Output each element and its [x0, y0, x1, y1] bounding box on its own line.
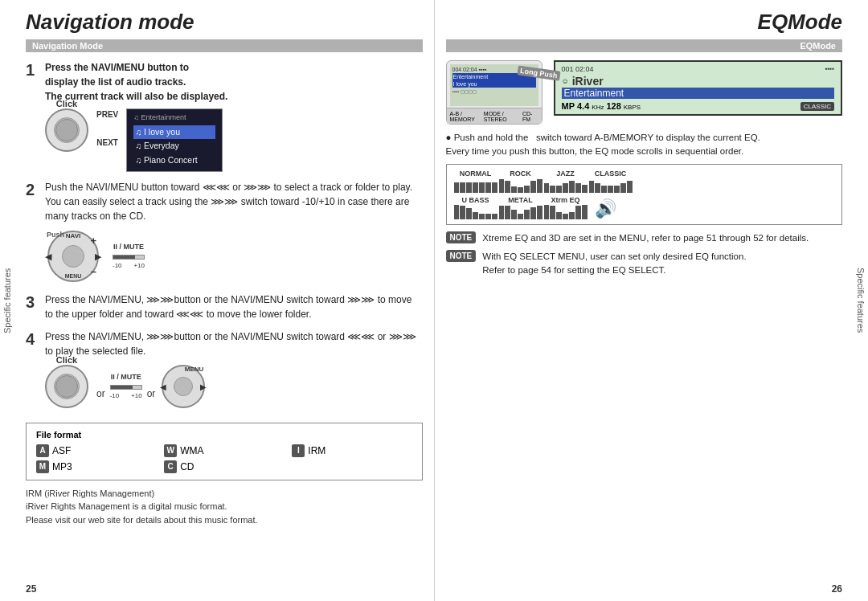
- mute-display-4: II / MUTE -10+10: [110, 372, 142, 401]
- eq-display: 001 02:04 ▪▪▪▪ ☺ iRiver Entertainment MP…: [554, 60, 843, 116]
- irm-note: IRM (iRiver Rights Management) iRiver Ri…: [26, 487, 423, 527]
- eq-modes-section: NORMAL ROCK: [446, 164, 843, 225]
- step-1: 1 Press the NAVI/MENU button todisplay t…: [26, 60, 423, 172]
- right-page-title: EQMode: [446, 10, 843, 35]
- prev-next-label: PREV NEXT: [96, 108, 118, 149]
- click-button-1[interactable]: Click: [45, 108, 88, 152]
- side-label-right: Specific features: [854, 0, 868, 601]
- click-button-4[interactable]: Click: [45, 365, 88, 408]
- speaker-icon: 🔊: [595, 198, 616, 219]
- note-1: NOTE Xtreme EQ and 3D are set in the MEN…: [446, 231, 843, 245]
- menu-screen: ♫ Entertainment ♫ I love you ♫ Everyday …: [126, 108, 223, 172]
- note-2: NOTE With EQ SELECT MENU, user can set o…: [446, 250, 843, 278]
- navi-push-2: NAVI MENU ◀ ▶ + – Push: [45, 228, 101, 284]
- step-4: 4 Press the NAVI/MENU, ⋙⋙button or the N…: [26, 329, 423, 410]
- left-page-title: Navigation mode: [26, 10, 423, 35]
- side-label-left: Specific features: [0, 0, 14, 601]
- device-illustration: 004 02:04 ▪▪▪▪ Entertainment I love you …: [446, 60, 542, 125]
- mute-display-2: II / MUTE -10+10: [113, 242, 145, 271]
- step-3: 3 Press the NAVI/MENU, ⋙⋙button or the N…: [26, 292, 423, 321]
- push-instruction: ● Push and hold the switch toward A-B/ME…: [446, 131, 843, 159]
- page-number-right: 26: [832, 583, 842, 595]
- page-number-left: 25: [26, 583, 36, 595]
- page-left: Navigation mode Navigation Mode 1 Press …: [14, 0, 435, 601]
- player-area: 004 02:04 ▪▪▪▪ Entertainment I love you …: [446, 60, 843, 125]
- navi-btn-4: ◀ ▶ MENU: [160, 363, 207, 410]
- left-section-bar: Navigation Mode: [26, 39, 423, 52]
- page-right: EQMode EQMode 004 02:04 ▪▪▪▪ Entertainme…: [435, 0, 854, 601]
- step-2: 2 Push the NAVI/MENU button toward ⋘⋘ or…: [26, 180, 423, 284]
- file-format-box: File format A ASF W WMA I IRM M MP3 C CD: [26, 423, 423, 480]
- right-section-bar: EQMode: [446, 39, 843, 52]
